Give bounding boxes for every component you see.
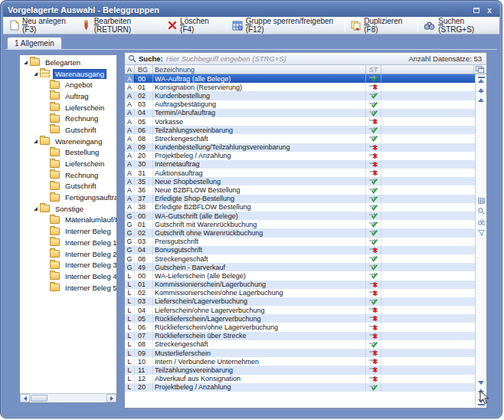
tree-expander-icon[interactable] bbox=[23, 59, 30, 66]
tree-expander-icon[interactable] bbox=[43, 251, 50, 258]
table-row[interactable]: L 02 Kommissionierschein/ohne Lagerbuchu… bbox=[125, 289, 475, 297]
table-row[interactable]: L 00 WA-Lieferschein (alle Belege) bbox=[125, 271, 475, 280]
scroll-down-icon[interactable] bbox=[478, 379, 485, 386]
column-header-bg[interactable]: BG bbox=[135, 65, 153, 74]
scroll-left-button[interactable] bbox=[20, 394, 30, 402]
table-row[interactable]: A 01 Konsignation (Reservierung) bbox=[125, 83, 475, 91]
table-row[interactable]: L 07 Rücklieferschein über Strecke bbox=[125, 332, 475, 340]
tree-expander-icon[interactable] bbox=[33, 138, 40, 145]
tree-item[interactable]: Lieferschein bbox=[20, 158, 116, 169]
tree-item[interactable]: Lieferschein bbox=[20, 102, 116, 113]
edit-button[interactable]: Bearbeiten (RETURN) bbox=[78, 15, 164, 35]
table-row[interactable]: A 05 Vorkasse bbox=[125, 117, 475, 126]
table-row[interactable]: A 04 Termin/Abrufauftrag bbox=[125, 109, 475, 117]
tree-item[interactable]: Warenausgang bbox=[20, 68, 116, 80]
search-bar[interactable]: Suche: Hier Suchbegriff eingeben (STRG+S… bbox=[125, 53, 486, 65]
tree-item[interactable]: Gutschrift bbox=[20, 181, 116, 192]
tree-expander-icon[interactable] bbox=[43, 104, 50, 111]
tree-expander-icon[interactable] bbox=[43, 93, 50, 100]
table-row[interactable]: L 11 Teilzahlungsvereinbarung bbox=[125, 366, 475, 374]
tree-item[interactable]: Interner Beleg 4 (PPS) bbox=[20, 271, 116, 282]
lock-group-button[interactable]: Gruppe sperren/freigeben (F12) bbox=[229, 15, 343, 35]
filter-funnel-icon[interactable] bbox=[478, 230, 485, 236]
table-row[interactable]: L 05 Rücklieferschein/Lagerverbuchung bbox=[125, 314, 475, 323]
scroll-up-icon[interactable] bbox=[478, 97, 485, 103]
duplicate-button[interactable]: Duplizieren (F8) bbox=[348, 15, 415, 35]
table-row[interactable]: L 12 Abverkauf aus Konsignation bbox=[125, 375, 475, 383]
search-placeholder[interactable]: Hier Suchbegriff eingeben (STRG+S) bbox=[166, 54, 409, 63]
table-row[interactable]: A 36 Neue B2BFLOW Bestellung bbox=[125, 185, 475, 194]
column-header-st[interactable]: ST bbox=[366, 65, 381, 74]
zoom-search-icon[interactable] bbox=[478, 208, 485, 215]
tree-item[interactable]: Wareneingang bbox=[20, 136, 116, 147]
tree-expander-icon[interactable] bbox=[43, 261, 50, 268]
table-row[interactable]: G 01 Gutschrift mit Warenrückbuchung bbox=[125, 220, 475, 228]
tree-expander-icon[interactable] bbox=[33, 205, 40, 212]
tree-expander-icon[interactable] bbox=[43, 81, 50, 88]
tree-item[interactable]: Interner Beleg bbox=[20, 225, 116, 237]
tree-expander-icon[interactable] bbox=[43, 239, 50, 246]
table-row[interactable]: A 09 Kundenbestellung/Teilzahlungsverein… bbox=[125, 143, 475, 152]
table-row[interactable]: A 06 Teilzahlungsvereinbarung bbox=[125, 126, 475, 134]
search-button[interactable]: Suchen (STRG+S) bbox=[421, 15, 496, 35]
table-row[interactable]: G 04 Bonusgutschrift bbox=[125, 246, 475, 254]
tree-item[interactable]: Belegarten bbox=[20, 57, 116, 68]
table-row[interactable]: A 30 Internetauftrag bbox=[125, 160, 475, 169]
tree-item[interactable]: Materialumlauf/Reparatur bbox=[20, 215, 116, 226]
tree-item[interactable]: Interner Beleg 1 (PPS) bbox=[20, 237, 116, 248]
scroll-right-button[interactable] bbox=[106, 394, 116, 402]
tree-expander-icon[interactable] bbox=[43, 182, 50, 189]
new-button[interactable]: Neu anlegen (F3) bbox=[6, 15, 78, 35]
scrollbar-thumb[interactable] bbox=[31, 395, 47, 402]
column-header-a[interactable]: A bbox=[125, 65, 135, 74]
table-row[interactable]: A 31 Auktionsauftrag bbox=[125, 169, 475, 177]
table-row[interactable]: L 09 Musterlieferschein bbox=[125, 349, 475, 357]
table-row[interactable]: G 49 Gutschein - Barverkauf bbox=[125, 263, 475, 271]
tree-item[interactable]: Interner Beleg 2 (PPS) bbox=[20, 248, 116, 260]
column-chooser-button[interactable] bbox=[474, 65, 486, 74]
grid-view-icon[interactable] bbox=[478, 198, 485, 204]
table-scroll-rail[interactable] bbox=[475, 74, 486, 408]
tree-item[interactable]: Sonstige bbox=[20, 203, 116, 215]
table-row[interactable]: A 38 Erledigte B2BFLOW Bestellung bbox=[125, 203, 475, 212]
table-row[interactable]: A 35 Neue Shopbestellung bbox=[125, 177, 475, 185]
table-row[interactable]: L 03 Lieferschein/Lagerverbuchung bbox=[125, 297, 475, 306]
table-row[interactable]: L 10 Intern / Verbundene Unternehmen bbox=[125, 357, 475, 366]
table-row[interactable]: A 00 WA-Auftrag (alle Belege) bbox=[125, 74, 475, 83]
tree-item[interactable]: Angebot bbox=[20, 79, 116, 90]
tree-expander-icon[interactable] bbox=[33, 71, 40, 77]
tree-item[interactable]: Rechnung bbox=[20, 169, 116, 181]
tree-expander-icon[interactable] bbox=[43, 284, 50, 291]
delete-button[interactable]: Löschen (F4) bbox=[164, 15, 223, 35]
tree-expander-icon[interactable] bbox=[43, 194, 50, 201]
find-binoculars-icon[interactable] bbox=[478, 219, 485, 225]
table-row[interactable]: A 03 Auftragsbestätigung bbox=[125, 100, 475, 109]
table-row[interactable]: L 06 Rücklieferschein/ohne Lagerverbuchu… bbox=[125, 323, 475, 331]
tree-expander-icon[interactable] bbox=[43, 273, 50, 280]
scroll-to-top-icon[interactable] bbox=[478, 77, 485, 83]
table-row[interactable]: L 20 Projektbeleg / Anzahlung bbox=[125, 383, 475, 392]
tree-expander-icon[interactable] bbox=[43, 228, 50, 235]
column-header-bezeichnung[interactable]: Bezeichnung bbox=[153, 65, 366, 74]
table-row[interactable]: G 00 WA-Gutschrift (alle Belege) bbox=[125, 212, 475, 220]
tree-expander-icon[interactable] bbox=[43, 216, 50, 223]
tree-expander-icon[interactable] bbox=[43, 126, 50, 133]
tree-expander-icon[interactable] bbox=[43, 149, 50, 156]
table-row[interactable]: G 03 Preisgutschrift bbox=[125, 238, 475, 246]
table-row[interactable]: G 08 Streckengeschäft bbox=[125, 254, 475, 263]
table-row[interactable]: A 02 Kundenbestellung bbox=[125, 91, 475, 100]
tree-horizontal-scrollbar[interactable] bbox=[20, 393, 116, 402]
tree-item[interactable]: Bestellung bbox=[20, 147, 116, 159]
table-row[interactable]: L 01 Kommissionierschein/Lagerbuchung bbox=[125, 281, 475, 289]
tree-item[interactable]: Rechnung bbox=[20, 113, 116, 124]
tree-item[interactable]: Interner Beleg 5 (PPS) bbox=[20, 282, 116, 294]
table-row[interactable]: A 08 Streckengeschäft bbox=[125, 134, 475, 143]
table-row[interactable]: A 37 Erledigte Shop-Bestellung bbox=[125, 195, 475, 203]
scroll-page-up-icon[interactable] bbox=[478, 87, 485, 93]
table-row[interactable]: L 08 Streckengeschäft bbox=[125, 340, 475, 349]
table-row[interactable]: L 04 Lieferschein/ohne Lagerverbuchung bbox=[125, 306, 475, 314]
tree-expander-icon[interactable] bbox=[43, 160, 50, 167]
tree-expander-icon[interactable] bbox=[43, 172, 50, 179]
tree-item[interactable]: Interner Beleg 3 (PPS) bbox=[20, 259, 116, 271]
tree-item[interactable]: Auftrag bbox=[20, 90, 116, 102]
